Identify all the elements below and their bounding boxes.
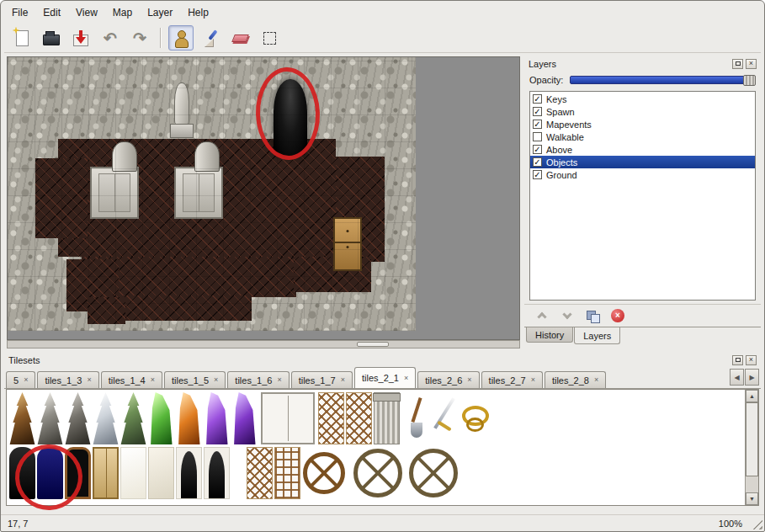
tab-close-icon[interactable]: × (151, 376, 155, 384)
scroll-tabs-right-button[interactable]: ▶ (745, 369, 759, 386)
map-canvas[interactable] (7, 56, 520, 340)
panel-tab-layers[interactable]: Layers (574, 327, 620, 344)
move-layer-up-button[interactable] (531, 306, 553, 325)
layers-float-button[interactable] (732, 59, 743, 69)
tab-close-icon[interactable]: × (531, 376, 535, 384)
menu-item-map[interactable]: Map (105, 4, 140, 21)
palette-tile-tool-shovel[interactable] (404, 392, 430, 444)
tab-close-icon[interactable]: × (214, 376, 218, 384)
map-object-cabinet[interactable] (333, 217, 362, 271)
palette-tile-door-white[interactable] (261, 392, 315, 444)
tileset-tab-tiles_1_7[interactable]: tiles_1_7× (291, 371, 353, 388)
tab-close-icon[interactable]: × (24, 376, 28, 384)
layer-visibility-checkbox[interactable]: ✓ (533, 170, 542, 179)
brush-tool-button[interactable] (198, 25, 223, 51)
redo-button[interactable]: ↷ (127, 25, 152, 51)
tilesets-float-button[interactable] (732, 355, 743, 365)
layer-visibility-checkbox[interactable]: ✓ (533, 157, 542, 167)
tileset-tab-tiles_1_3[interactable]: tiles_1_3× (37, 371, 98, 388)
tile-palette[interactable] (7, 390, 745, 505)
palette-tile-spire-gray2[interactable] (65, 392, 91, 444)
opacity-slider-handle[interactable] (743, 75, 756, 86)
menu-item-help[interactable]: Help (180, 4, 216, 21)
palette-tile-spire-green[interactable] (120, 392, 146, 444)
tab-close-icon[interactable]: × (594, 376, 598, 384)
layer-visibility-checkbox[interactable] (533, 132, 542, 141)
tileset-tab-tiles_1_4[interactable]: tiles_1_4× (101, 371, 162, 388)
palette-tile-crystal-purple[interactable] (204, 392, 230, 444)
menu-item-file[interactable]: File (4, 4, 35, 21)
palette-tile-wheel[interactable] (303, 452, 345, 494)
layer-row[interactable]: ✓Keys (530, 93, 755, 105)
map-object-platform[interactable] (90, 167, 139, 219)
tab-close-icon[interactable]: × (87, 376, 91, 384)
map-object-gravestone[interactable] (112, 141, 137, 172)
tileset-tab-5[interactable]: 5× (6, 371, 35, 388)
palette-tile-pale2[interactable] (148, 447, 174, 499)
tileset-tab-tiles_1_5[interactable]: tiles_1_5× (164, 371, 226, 388)
palette-tile-spire-ice[interactable] (93, 392, 119, 444)
palette-tile-tool-sword[interactable] (432, 392, 458, 444)
palette-tile-spire-gray[interactable] (37, 392, 63, 444)
palette-tile-lattice[interactable] (346, 392, 372, 444)
tab-close-icon[interactable]: × (341, 376, 345, 384)
save-button[interactable] (68, 25, 93, 51)
palette-vscroll-handle[interactable] (746, 402, 758, 476)
palette-tile-column[interactable] (374, 392, 400, 444)
layers-close-button[interactable]: × (746, 59, 757, 69)
move-layer-down-button[interactable] (556, 306, 578, 325)
selection-tool-button[interactable] (257, 25, 282, 51)
map-horizontal-scrollbar[interactable] (7, 340, 520, 348)
scroll-down-button[interactable]: ▼ (746, 492, 758, 505)
tileset-tab-tiles_2_8[interactable]: tiles_2_8× (545, 371, 606, 388)
layer-visibility-checkbox[interactable]: ✓ (533, 94, 542, 104)
panel-tab-history[interactable]: History (526, 327, 573, 343)
palette-tile-tile-navy[interactable] (37, 447, 63, 499)
palette-tile-crystal-green[interactable] (148, 392, 174, 444)
stamp-tool-button[interactable] (168, 25, 194, 51)
palette-tile-lattice-cross[interactable] (274, 447, 300, 499)
palette-tile-spire-brown[interactable] (9, 392, 35, 444)
new-file-button[interactable] (9, 25, 35, 51)
palette-tile-door-dark[interactable] (65, 447, 91, 499)
menu-item-view[interactable]: View (68, 4, 105, 21)
palette-tile-lattice[interactable] (247, 447, 273, 499)
palette-tile-lattice[interactable] (318, 392, 344, 444)
resize-grip[interactable] (752, 519, 762, 529)
palette-tile-tool-rope[interactable] (460, 392, 486, 444)
palette-vertical-scrollbar[interactable]: ▲ ▼ (745, 390, 758, 505)
layer-row[interactable]: ✓Objects (530, 156, 755, 168)
map-object-dark-figure[interactable] (274, 79, 307, 157)
delete-layer-button[interactable]: × (607, 306, 629, 325)
palette-tile-tile-black[interactable] (9, 447, 35, 499)
tab-close-icon[interactable]: × (404, 375, 408, 382)
layer-visibility-checkbox[interactable]: ✓ (533, 120, 542, 129)
layer-list[interactable]: ✓Keys✓Spawn✓MapeventsWalkable✓Above✓Obje… (529, 91, 756, 301)
menu-item-edit[interactable]: Edit (35, 4, 68, 21)
map-view[interactable] (8, 57, 416, 331)
layer-row[interactable]: Walkable (530, 130, 755, 143)
layer-row[interactable]: ✓Ground (530, 168, 755, 181)
tileset-tab-tiles_1_6[interactable]: tiles_1_6× (227, 371, 289, 388)
map-object-gravestone[interactable] (194, 141, 220, 172)
eraser-tool-button[interactable] (227, 25, 252, 51)
map-hscroll-handle[interactable] (357, 342, 389, 347)
tab-close-icon[interactable]: × (277, 376, 281, 384)
undo-button[interactable]: ↶ (98, 25, 123, 51)
palette-tile-door-tan[interactable] (93, 447, 119, 499)
duplicate-layer-button[interactable] (582, 306, 603, 325)
layer-row[interactable]: ✓Mapevents (530, 118, 755, 130)
palette-tile-wheel-big[interactable] (353, 449, 402, 497)
palette-tile-arch[interactable] (176, 447, 202, 499)
tileset-tab-tiles_2_6[interactable]: tiles_2_6× (417, 371, 479, 388)
tab-close-icon[interactable]: × (467, 376, 471, 384)
layer-row[interactable]: ✓Above (530, 143, 755, 156)
palette-tile-arch[interactable] (204, 447, 230, 499)
tileset-tab-tiles_2_7[interactable]: tiles_2_7× (481, 371, 543, 388)
layer-visibility-checkbox[interactable]: ✓ (533, 145, 542, 154)
scroll-tabs-left-button[interactable]: ◀ (730, 369, 744, 386)
layer-visibility-checkbox[interactable]: ✓ (533, 107, 542, 116)
menu-item-layer[interactable]: Layer (140, 4, 180, 21)
open-button[interactable] (39, 25, 64, 51)
palette-tile-crystal-purple2[interactable] (231, 392, 258, 444)
